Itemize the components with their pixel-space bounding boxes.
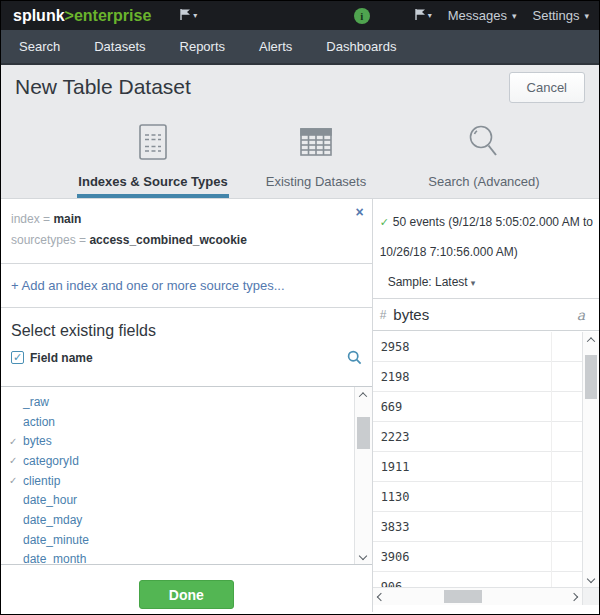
title-bar: New Table Dataset Cancel bbox=[1, 65, 599, 109]
scroll-track[interactable] bbox=[583, 348, 599, 571]
page-title: New Table Dataset bbox=[15, 75, 191, 99]
cancel-button[interactable]: Cancel bbox=[509, 72, 585, 103]
field-item-date_mday[interactable]: ✓date_mday bbox=[1, 510, 372, 530]
check-icon: ✓ bbox=[9, 475, 23, 486]
scroll-left-arrow[interactable] bbox=[373, 588, 389, 605]
data-preview-panel: ✓50 events (9/12/18 5:05:02.000 AM to 10… bbox=[373, 199, 599, 612]
close-icon[interactable]: × bbox=[355, 205, 363, 219]
field-item-date_month[interactable]: ✓date_month bbox=[1, 550, 372, 566]
nav-item-alerts[interactable]: Alerts bbox=[259, 39, 292, 54]
scroll-thumb[interactable] bbox=[585, 355, 597, 399]
column-name: bytes bbox=[393, 306, 429, 323]
success-check-icon: ✓ bbox=[380, 216, 389, 228]
field-item-categoryId[interactable]: ✓categoryId bbox=[1, 451, 372, 471]
chevron-down-icon: ▾ bbox=[584, 11, 589, 21]
field-list: ✓_raw ✓action ✓bytes ✓categoryId ✓client… bbox=[1, 386, 372, 565]
field-selection-panel: × index = main sourcetypes = access_comb… bbox=[1, 199, 373, 612]
check-icon: ✓ bbox=[9, 436, 23, 447]
events-summary-line1: ✓50 events (9/12/18 5:05:02.000 AM to bbox=[380, 207, 593, 237]
field-filter-row: ✓ Field name bbox=[11, 350, 362, 365]
done-area: Done bbox=[1, 565, 372, 615]
app-nav-bar: Search Datasets Reports Alerts Dashboard… bbox=[1, 30, 599, 65]
scrollbar-corner bbox=[582, 587, 599, 605]
done-button[interactable]: Done bbox=[139, 580, 234, 609]
main-area: × index = main sourcetypes = access_comb… bbox=[1, 198, 599, 612]
add-index-row: + Add an index and one or more source ty… bbox=[1, 264, 372, 308]
check-icon: ✓ bbox=[9, 455, 23, 466]
table-grid-icon bbox=[299, 122, 333, 162]
column-header-bytes[interactable]: # bytes a bbox=[373, 299, 599, 331]
field-filter-label: Field name bbox=[30, 351, 93, 365]
splunk-window: splunk>enterprise ▾ i ▾ Messages ▾ Setti… bbox=[0, 0, 600, 615]
scroll-track[interactable] bbox=[355, 403, 372, 548]
dataset-source-tabs: Indexes & Source Types Existing Datasets bbox=[1, 109, 599, 198]
scroll-down-arrow[interactable] bbox=[355, 548, 372, 564]
scroll-thumb[interactable] bbox=[444, 590, 482, 603]
index-clause: index = main bbox=[11, 209, 360, 230]
nav-item-reports[interactable]: Reports bbox=[180, 39, 226, 54]
app-flag-menu[interactable]: ▾ bbox=[179, 7, 197, 25]
numeric-type-icon: # bbox=[380, 308, 387, 322]
preview-vertical-scrollbar[interactable] bbox=[582, 332, 599, 587]
scroll-track[interactable] bbox=[389, 588, 566, 605]
tab-label: Search (Advanced) bbox=[428, 174, 539, 189]
events-summary: ✓50 events (9/12/18 5:05:02.000 AM to 10… bbox=[373, 199, 599, 299]
scroll-thumb[interactable] bbox=[357, 417, 370, 449]
tab-existing-datasets[interactable]: Existing Datasets bbox=[231, 109, 401, 198]
field-item-date_hour[interactable]: ✓date_hour bbox=[1, 490, 372, 510]
index-sourcetype-box: × index = main sourcetypes = access_comb… bbox=[1, 199, 372, 264]
nav-item-datasets[interactable]: Datasets bbox=[94, 39, 145, 54]
nav-item-search[interactable]: Search bbox=[19, 39, 60, 54]
select-all-checkbox[interactable]: ✓ bbox=[11, 351, 24, 364]
sample-dropdown[interactable]: Sample: Latest▾ bbox=[380, 267, 593, 298]
field-item-action[interactable]: ✓action bbox=[1, 412, 372, 432]
field-item-bytes[interactable]: ✓bytes bbox=[1, 431, 372, 451]
messages-menu[interactable]: Messages ▾ bbox=[448, 8, 517, 23]
magnifier-icon bbox=[467, 122, 501, 162]
settings-menu[interactable]: Settings ▾ bbox=[532, 8, 589, 23]
chevron-down-icon: ▾ bbox=[512, 11, 517, 21]
activity-flag-menu[interactable]: ▾ bbox=[414, 7, 432, 25]
chevron-down-icon: ▾ bbox=[428, 11, 432, 20]
scroll-up-arrow[interactable] bbox=[583, 332, 599, 348]
tab-indexes-source-types[interactable]: Indexes & Source Types bbox=[68, 109, 238, 198]
tab-label: Existing Datasets bbox=[266, 174, 366, 189]
preview-horizontal-scrollbar[interactable] bbox=[373, 587, 582, 605]
tab-search-advanced[interactable]: Search (Advanced) bbox=[399, 109, 569, 198]
flag-icon bbox=[179, 7, 192, 25]
flag-icon bbox=[414, 7, 427, 25]
string-type-icon: a bbox=[577, 307, 585, 323]
add-index-link[interactable]: + Add an index and one or more source ty… bbox=[11, 278, 285, 293]
select-fields-heading: Select existing fields bbox=[11, 322, 362, 340]
field-item-_raw[interactable]: ✓_raw bbox=[1, 392, 372, 412]
search-icon[interactable] bbox=[347, 350, 362, 365]
tab-label: Indexes & Source Types bbox=[78, 174, 227, 189]
field-item-date_minute[interactable]: ✓date_minute bbox=[1, 530, 372, 550]
scroll-right-arrow[interactable] bbox=[566, 588, 582, 605]
list-document-icon bbox=[138, 122, 168, 162]
scroll-up-arrow[interactable] bbox=[355, 387, 372, 403]
events-summary-line2: 10/26/18 7:10:56.000 AM) bbox=[380, 237, 593, 267]
sourcetypes-clause: sourcetypes = access_combined_wcookie bbox=[11, 230, 360, 251]
chevron-down-icon: ▾ bbox=[471, 278, 476, 288]
column-divider bbox=[551, 332, 552, 587]
info-icon[interactable]: i bbox=[354, 8, 370, 24]
preview-rows: 2958 2198 669 2223 1911 1130 3833 3906 9… bbox=[373, 332, 582, 587]
scroll-down-arrow[interactable] bbox=[583, 571, 599, 587]
nav-item-dashboards[interactable]: Dashboards bbox=[326, 39, 396, 54]
field-item-clientip[interactable]: ✓clientip bbox=[1, 471, 372, 491]
splunk-logo: splunk>enterprise bbox=[13, 7, 151, 25]
field-list-scrollbar[interactable] bbox=[354, 387, 372, 564]
top-bar: splunk>enterprise ▾ i ▾ Messages ▾ Setti… bbox=[1, 1, 599, 30]
chevron-down-icon: ▾ bbox=[193, 11, 197, 20]
